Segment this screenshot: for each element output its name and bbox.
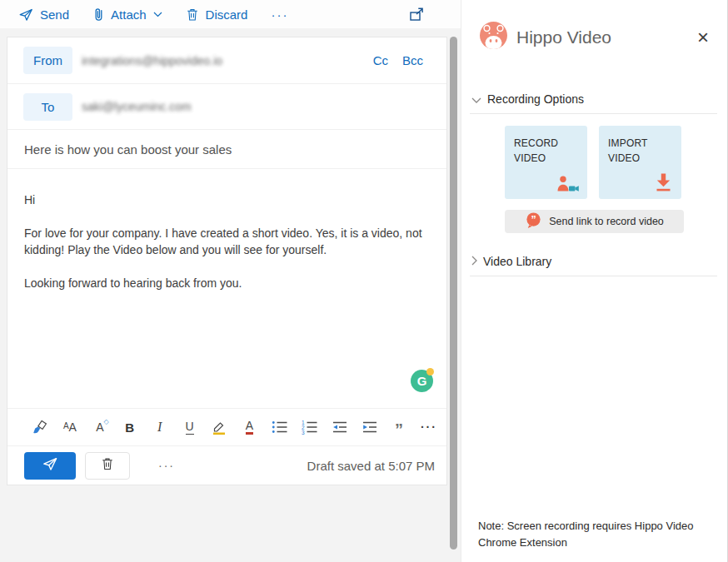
trash-icon	[101, 456, 114, 475]
panel-header: Hippo Video ×	[461, 0, 727, 52]
record-video-label: RECORD VIDEO	[514, 136, 581, 166]
font-color-button[interactable]: A	[238, 416, 260, 439]
quote-button[interactable]: ”	[388, 416, 410, 439]
subject-input[interactable]: Here is how you can boost your sales	[7, 130, 446, 169]
chevron-down-icon	[153, 12, 162, 17]
italic-button[interactable]: I	[149, 416, 171, 439]
trash-icon	[186, 7, 199, 22]
divider	[470, 276, 717, 276]
numbered-list-button[interactable]: 123	[298, 416, 320, 439]
cc-link[interactable]: Cc	[373, 53, 388, 67]
send-bar: ··· Draft saved at 5:07 PM	[7, 445, 446, 485]
font-icon: A	[63, 421, 69, 430]
increase-indent-icon	[362, 420, 377, 435]
grammarly-status-dot	[426, 368, 434, 375]
bcc-link[interactable]: Bcc	[402, 53, 423, 67]
format-painter-icon	[32, 419, 48, 435]
hippo-video-logo	[480, 22, 507, 52]
bold-button[interactable]: B	[119, 416, 141, 439]
decrease-indent-icon	[332, 420, 347, 435]
to-address: saki@lyceuminc.com	[82, 100, 192, 113]
send-button-top[interactable]: Send	[18, 7, 69, 22]
delete-draft-button[interactable]	[85, 452, 130, 480]
highlighter-icon	[211, 419, 227, 435]
body-paragraph: For love for your company. I have create…	[24, 226, 433, 259]
recording-options-label: Recording Options	[487, 92, 584, 106]
compose-toolbar: Send Attach Discard ···	[0, 0, 461, 28]
send-button-primary[interactable]	[24, 452, 76, 480]
discard-label: Discard	[206, 7, 248, 22]
svg-text:3: 3	[302, 430, 305, 435]
close-panel-button[interactable]: ×	[696, 29, 711, 46]
draft-status: Draft saved at 5:07 PM	[307, 459, 435, 473]
body-paragraph: Looking forward to hearing back from you…	[24, 276, 433, 292]
send-link-label: Send link to record video	[549, 216, 664, 227]
format-toolbar: AA A ◇ B I U A	[7, 408, 446, 445]
sendbar-more-button[interactable]: ···	[158, 459, 175, 472]
recording-options-header[interactable]: Recording Options	[461, 92, 727, 107]
chevron-down-icon	[471, 92, 481, 107]
from-row: From integrations@hippovideo.io Cc Bcc	[7, 37, 446, 84]
send-plane-icon	[18, 7, 33, 22]
video-library-header[interactable]: Video Library	[461, 254, 727, 269]
body-paragraph: Hi	[24, 192, 433, 209]
message-body-editor[interactable]: Hi For love for your company. I have cre…	[7, 169, 446, 408]
numbered-list-icon: 123	[302, 420, 317, 435]
import-video-label: IMPORT VIDEO	[608, 136, 675, 166]
underline-icon: U	[186, 420, 194, 435]
video-library-label: Video Library	[483, 255, 551, 268]
bullet-list-icon	[272, 420, 287, 435]
to-button[interactable]: To	[23, 93, 72, 121]
to-row: To saki@lyceuminc.com	[7, 84, 446, 130]
extension-note: Note: Screen recording requires Hippo Vi…	[478, 518, 700, 551]
import-video-card[interactable]: IMPORT VIDEO	[599, 126, 681, 199]
compose-pane: Send Attach Discard ···	[0, 0, 461, 562]
font-color-icon: A	[246, 420, 253, 435]
chevron-right-icon	[471, 254, 477, 269]
from-address: integrations@hippovideo.io	[82, 54, 222, 67]
grammarly-badge[interactable]: G	[411, 370, 433, 392]
underline-button[interactable]: U	[179, 416, 201, 439]
format-more-button[interactable]: ···	[418, 416, 440, 439]
decrease-indent-button[interactable]	[328, 416, 350, 439]
record-video-card[interactable]: RECORD VIDEO	[505, 126, 587, 199]
font-button[interactable]: AA	[59, 416, 81, 439]
discard-button[interactable]: Discard	[186, 7, 248, 22]
format-painter-button[interactable]	[29, 416, 51, 439]
attach-button[interactable]: Attach	[92, 7, 162, 22]
font-size-icon: A	[96, 420, 103, 434]
recording-option-cards: RECORD VIDEO IMPORT VIDEO	[505, 126, 727, 199]
send-plane-icon	[42, 456, 58, 475]
paperclip-icon	[92, 7, 104, 22]
font-size-button[interactable]: A ◇	[89, 416, 111, 439]
open-new-window-icon	[409, 7, 424, 22]
ccbcc-links: Cc Bcc	[373, 53, 423, 67]
toolbar-more-button[interactable]: ···	[271, 7, 288, 22]
app-root: Send Attach Discard ···	[0, 0, 728, 562]
divider	[470, 113, 717, 114]
increase-indent-button[interactable]	[358, 416, 380, 439]
bullet-list-button[interactable]	[268, 416, 290, 439]
send-label: Send	[40, 7, 69, 22]
vertical-scrollbar[interactable]	[450, 37, 457, 550]
hippo-video-panel: Hippo Video × Recording Options RECORD V…	[461, 0, 728, 562]
panel-title: Hippo Video	[516, 27, 696, 47]
from-button[interactable]: From	[23, 47, 72, 74]
popout-button[interactable]	[409, 7, 424, 22]
svg-text:”: ”	[531, 213, 536, 225]
chat-quote-icon: ”	[525, 211, 542, 232]
send-link-to-record-button[interactable]: ” Send link to record video	[505, 210, 684, 233]
compose-card: From integrations@hippovideo.io Cc Bcc T…	[7, 37, 447, 485]
attach-label: Attach	[111, 7, 147, 22]
highlight-button[interactable]	[209, 416, 231, 439]
